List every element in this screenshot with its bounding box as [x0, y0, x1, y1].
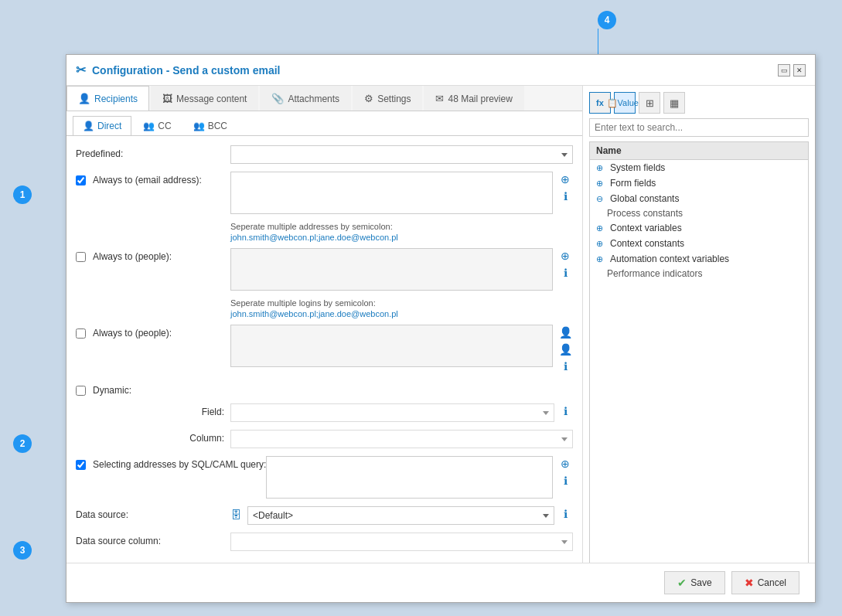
field-control: ℹ	[230, 403, 573, 422]
column-label: Column:	[76, 430, 230, 444]
minimize-button[interactable]: ▭	[778, 64, 790, 77]
recipients-tab-icon: 👤	[78, 93, 90, 104]
tab-message-content[interactable]: 🖼 Message content	[151, 86, 258, 111]
context-constants-expand-icon: ⊕	[596, 239, 607, 249]
people2-person2-icon[interactable]: 👤	[557, 342, 573, 357]
datasource-info-icon[interactable]: ℹ	[557, 506, 573, 522]
always-to-people1-label: Always to (people):	[76, 248, 230, 262]
people2-info-icon[interactable]: ℹ	[557, 359, 573, 374]
datasource-select[interactable]: <Default>	[247, 506, 554, 525]
tree-automation-context[interactable]: ⊕ Automation context variables	[590, 251, 808, 267]
sub-tab-direct[interactable]: 👤 Direct	[73, 116, 131, 135]
email-info-icon[interactable]: ℹ	[557, 189, 573, 204]
sql-more-icon[interactable]: ⊕	[557, 456, 573, 471]
people1-info-icon[interactable]: ℹ	[557, 265, 573, 281]
values-icon: 📋	[607, 98, 618, 108]
tab-message-label: Message content	[176, 94, 247, 104]
field-row: Field: ℹ	[76, 403, 573, 422]
dynamic-checkbox[interactable]	[76, 386, 86, 396]
always-to-email-checkbox[interactable]	[76, 175, 86, 185]
predefined-row: Predefined:	[76, 145, 573, 164]
field-info-icon[interactable]: ℹ	[557, 403, 573, 419]
datasource-column-label: Data source column:	[76, 533, 230, 546]
tab-mail-preview[interactable]: ✉ 48 Mail preview	[424, 86, 523, 111]
email-more-icon[interactable]: ⊕	[557, 172, 573, 187]
direct-tab-icon: 👤	[83, 121, 94, 131]
predefined-control	[230, 145, 573, 164]
main-dialog: ✂ Configuration - Send a custom email ▭ …	[66, 54, 816, 603]
mail-tab-icon: ✉	[435, 93, 444, 104]
step-badge-4: 4	[598, 11, 616, 29]
table-button[interactable]: ⊞	[639, 92, 660, 114]
tree-system-fields[interactable]: ⊕ System fields	[590, 160, 808, 175]
step-badge-3: 3	[13, 541, 32, 560]
tree-context-variables[interactable]: ⊕ Context variables	[590, 220, 808, 236]
dynamic-row: Dynamic:	[76, 382, 573, 396]
always-to-people1-checkbox[interactable]	[76, 252, 86, 262]
sql-checkbox[interactable]	[76, 460, 86, 470]
dialog-titlebar: ✂ Configuration - Send a custom email ▭ …	[66, 55, 815, 86]
cancel-button[interactable]: ✖ Cancel	[731, 571, 799, 594]
dialog-body: 👤 Recipients 🖼 Message content 📎 Attachm…	[66, 86, 815, 599]
sub-tab-bcc[interactable]: 👥 BCC	[183, 116, 237, 135]
sql-info-icon[interactable]: ℹ	[557, 473, 573, 488]
tree-global-constants[interactable]: ⊖ Global constants	[590, 191, 808, 206]
form-fields-expand-icon: ⊕	[596, 179, 607, 189]
dialog-footer: ✔ Save ✖ Cancel	[66, 563, 815, 602]
sql-textarea[interactable]	[266, 456, 553, 499]
rp-search-input[interactable]	[589, 118, 809, 137]
dynamic-label: Dynamic:	[76, 382, 230, 396]
bcc-tab-icon: 👥	[193, 121, 205, 131]
tree-form-fields[interactable]: ⊕ Form fields	[590, 175, 808, 191]
tab-attachments[interactable]: 📎 Attachments	[260, 86, 351, 111]
always-to-people2-textarea[interactable]	[230, 325, 553, 367]
always-to-email-textarea[interactable]	[230, 172, 553, 214]
always-to-people2-checkbox[interactable]	[76, 328, 86, 339]
rp-table-header: Name	[589, 141, 809, 160]
step-badge-2: 2	[13, 434, 32, 453]
save-button[interactable]: ✔ Save	[664, 571, 724, 594]
tab-settings[interactable]: ⚙ Settings	[353, 86, 422, 111]
always-to-people2-icons: 👤 👤 ℹ	[557, 325, 573, 374]
datasource-column-control	[230, 533, 573, 551]
field-select[interactable]	[230, 403, 554, 422]
tab-mail-label: 48 Mail preview	[448, 94, 512, 104]
right-panel: fx 📋 Values ⊞ ▦ Name ⊕ System fields	[583, 86, 815, 599]
values-button[interactable]: 📋 Values	[614, 92, 636, 114]
predefined-select[interactable]	[230, 145, 573, 164]
column-select[interactable]	[230, 430, 573, 448]
close-button[interactable]: ✕	[793, 64, 806, 77]
tree-context-constants[interactable]: ⊕ Context constants	[590, 236, 808, 251]
datasource-column-row: Data source column:	[76, 533, 573, 551]
tab-recipients[interactable]: 👤 Recipients	[66, 86, 149, 111]
tab-attachments-label: Attachments	[288, 94, 339, 104]
always-to-people1-icons: ⊕ ℹ	[557, 248, 573, 281]
datasource-control: 🗄 <Default> ℹ	[230, 506, 573, 525]
datasource-column-select[interactable]	[230, 533, 573, 551]
dialog-title-text: Configuration - Send a custom email	[92, 64, 280, 77]
email-hint-text: Seperate multiple addresses by semicolon…	[230, 222, 573, 231]
always-to-people1-textarea[interactable]	[230, 248, 553, 291]
datasource-icon: 🗄	[230, 506, 241, 521]
dialog-title: ✂ Configuration - Send a custom email	[76, 63, 280, 77]
tree-process-constants[interactable]: Process constants	[590, 206, 808, 220]
people2-person1-icon[interactable]: 👤	[557, 325, 573, 340]
attachments-tab-icon: 📎	[271, 93, 284, 104]
sql-control: ⊕ ℹ	[266, 456, 573, 499]
people1-hint-text: Seperate multiple logins by semicolon:	[230, 298, 573, 308]
tree-performance-indicators[interactable]: Performance indicators	[590, 267, 808, 281]
sub-tab-bar: 👤 Direct 👥 CC 👥 BCC	[66, 111, 582, 136]
left-panel: 👤 Recipients 🖼 Message content 📎 Attachm…	[66, 86, 583, 599]
sub-tab-cc[interactable]: 👥 CC	[133, 116, 181, 135]
people1-hint-link: john.smith@webcon.pl;jane.doe@webcon.pl	[230, 309, 573, 318]
automation-expand-icon: ⊕	[596, 254, 607, 264]
cancel-icon: ✖	[745, 577, 754, 589]
column-row: Column:	[76, 430, 573, 448]
people1-more-icon[interactable]: ⊕	[557, 248, 573, 264]
step-badge-1: 1	[13, 185, 32, 204]
always-to-people2-row: Always to (people): 👤 👤 ℹ	[76, 325, 573, 374]
always-to-email-icons: ⊕ ℹ	[557, 172, 573, 204]
main-tab-bar: 👤 Recipients 🖼 Message content 📎 Attachm…	[66, 86, 582, 111]
always-to-people2-control: 👤 👤 ℹ	[230, 325, 573, 374]
grid-button[interactable]: ▦	[663, 92, 685, 114]
